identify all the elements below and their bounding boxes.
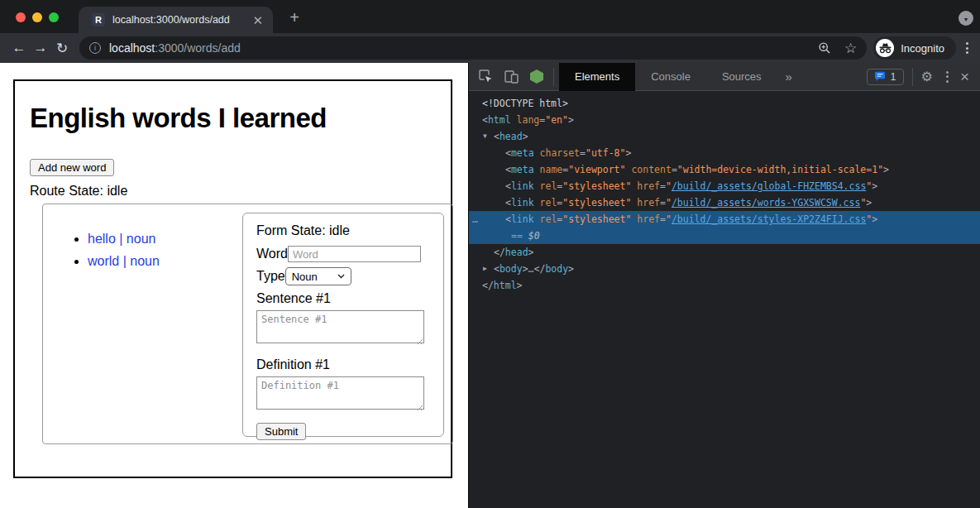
dom-token: $0: [528, 230, 540, 242]
dom-token: =: [672, 164, 677, 175]
dom-token: <: [482, 114, 488, 126]
minimize-window-button[interactable]: [32, 12, 42, 22]
overflow-menu-icon[interactable]: …: [472, 211, 478, 228]
settings-gear-icon[interactable]: ⚙: [921, 69, 933, 84]
collapse-arrow-icon[interactable]: ▶: [483, 261, 487, 277]
stylesheet-link[interactable]: /build/_assets/styles-XP2Z4FIJ.css: [672, 213, 866, 225]
dom-tree-row[interactable]: ▼<head>: [469, 128, 980, 145]
device-toolbar-icon[interactable]: [504, 70, 519, 84]
dom-token: "stylesheet": [562, 180, 631, 192]
devtools-close-icon[interactable]: ×: [960, 69, 969, 84]
fullscreen-window-button[interactable]: [49, 12, 59, 22]
dom-token: content: [631, 164, 671, 175]
submit-button[interactable]: Submit: [256, 423, 306, 440]
dom-token: charset: [540, 147, 580, 159]
dom-token: [534, 180, 540, 192]
dom-token: [511, 114, 517, 126]
dom-token: [534, 197, 540, 208]
dom-token: >: [872, 180, 877, 192]
dom-token: rel: [540, 213, 557, 225]
route-state-text: Route State: idle: [30, 184, 451, 199]
word-link-hello[interactable]: hello | noun: [88, 232, 155, 246]
issues-counter[interactable]: 1: [867, 69, 904, 85]
sentence-label: Sentence #1: [256, 291, 430, 306]
word-input[interactable]: [288, 246, 421, 262]
dom-tree-row[interactable]: …<link rel="stylesheet" href="/build/_as…: [469, 211, 980, 228]
tab-close-icon[interactable]: ✕: [251, 14, 265, 26]
dom-tree-row[interactable]: <link rel="stylesheet" href="/build/_ass…: [469, 194, 980, 211]
dom-token: <: [505, 180, 511, 192]
dom-token: >: [517, 280, 523, 291]
add-new-word-button[interactable]: Add new word: [30, 159, 114, 176]
dom-token: href: [637, 180, 660, 192]
dom-token: [534, 147, 540, 159]
devtools-menu-button[interactable]: [946, 71, 949, 83]
dom-tree-row[interactable]: <html lang="en">: [469, 112, 980, 128]
dom-token: body: [500, 263, 523, 275]
dom-tree: <!DOCTYPE html><html lang="en">▼<head><m…: [469, 91, 980, 294]
dom-token: <: [505, 147, 511, 159]
more-tabs-button[interactable]: »: [786, 69, 792, 84]
reload-button[interactable]: ↻: [51, 37, 73, 59]
page-viewport: English words I learned Add new word Rou…: [0, 63, 468, 508]
window-controls: [16, 12, 59, 22]
dom-token: body: [545, 263, 568, 275]
dom-tree-row[interactable]: == $0: [469, 228, 980, 244]
new-tab-button[interactable]: +: [284, 7, 304, 27]
app-container: English words I learned Add new word Rou…: [13, 79, 452, 478]
dom-token: head: [500, 131, 523, 142]
dom-tree-row[interactable]: <meta charset="utf-8">: [469, 145, 980, 161]
browser-tab[interactable]: R localhost:3000/words/add ✕: [79, 7, 273, 33]
dom-token: =: [660, 213, 666, 225]
bookmark-star-icon[interactable]: ☆: [844, 40, 857, 57]
dom-tree-row[interactable]: <link rel="stylesheet" href="/build/_ass…: [469, 178, 980, 194]
sentence-textarea[interactable]: [256, 310, 424, 343]
remix-favicon-icon: R: [92, 13, 105, 26]
dom-token: link: [511, 180, 534, 192]
tab-elements[interactable]: Elements: [559, 63, 635, 91]
dom-token: link: [511, 197, 534, 208]
dom-token: [534, 213, 540, 225]
dom-token: </: [534, 263, 546, 275]
word-link-world[interactable]: world | noun: [88, 254, 160, 268]
dom-token: "width=device-width,initial-scale=1": [677, 164, 883, 175]
dom-token: html: [488, 114, 511, 126]
close-window-button[interactable]: [16, 12, 26, 22]
dom-tree-row[interactable]: ▶<body>…</body>: [469, 261, 980, 277]
dom-tree-row[interactable]: </html>: [469, 277, 980, 294]
dom-token: <: [505, 164, 511, 175]
dom-token: >: [568, 263, 574, 275]
type-label: Type: [256, 269, 285, 284]
site-info-icon[interactable]: i: [89, 42, 101, 54]
zoom-indicator-icon[interactable]: [818, 41, 831, 55]
expand-arrow-icon[interactable]: ▼: [483, 128, 487, 145]
tab-search-button[interactable]: ▼: [958, 11, 973, 26]
inspect-element-icon[interactable]: [479, 69, 493, 84]
dom-token: ": [666, 180, 672, 192]
address-bar[interactable]: i localhost:3000/words/add ☆: [79, 36, 867, 60]
node-icon[interactable]: [530, 69, 543, 84]
tab-console[interactable]: Console: [635, 63, 706, 91]
incognito-icon: [876, 39, 894, 57]
dom-tree-row[interactable]: <!DOCTYPE html>: [469, 95, 980, 112]
dom-token: <: [505, 197, 511, 208]
dom-token: </: [482, 280, 494, 291]
stylesheet-link[interactable]: /build/_assets/global-FHZEMBS4.css: [672, 180, 866, 192]
definition-textarea[interactable]: [256, 376, 424, 410]
chevron-down-icon: [337, 274, 345, 279]
dom-token: <: [505, 213, 511, 225]
dom-tree-row[interactable]: </head>: [469, 244, 980, 261]
type-select[interactable]: Noun: [285, 267, 351, 285]
browser-menu-button[interactable]: [966, 42, 968, 54]
dom-token: >: [625, 147, 631, 159]
stylesheet-link[interactable]: /build/_assets/words-YGXSWCSW.css: [672, 197, 860, 208]
forward-button[interactable]: →: [30, 37, 51, 59]
tab-sources[interactable]: Sources: [706, 63, 777, 91]
dom-token: "stylesheet": [562, 197, 631, 208]
dom-tree-row[interactable]: <meta name="viewport" content="width=dev…: [469, 161, 980, 178]
dom-token: html: [494, 280, 517, 291]
back-button[interactable]: ←: [8, 37, 30, 59]
add-word-form: Form State: idle Word Type Noun Sentence…: [242, 213, 444, 437]
dom-token: rel: [540, 197, 557, 208]
browser-toolbar: ← → ↻ i localhost:3000/words/add ☆ Incog…: [0, 33, 980, 63]
